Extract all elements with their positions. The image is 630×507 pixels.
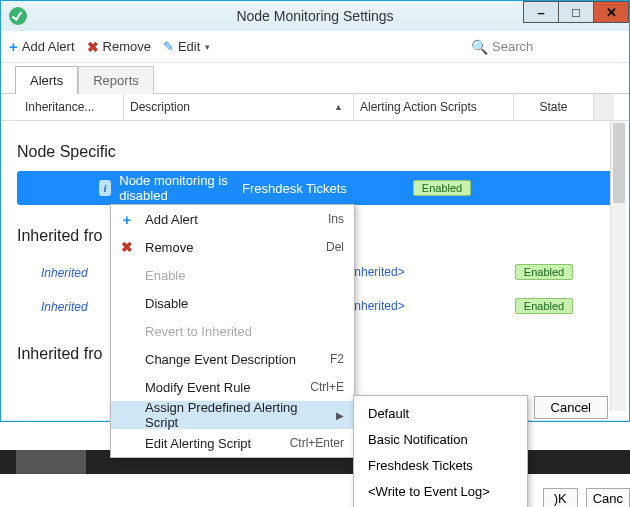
menu-label: Assign Predefined Alerting Script [145, 400, 320, 430]
col-inheritance[interactable]: Inheritance... [19, 94, 124, 120]
menu-label: Change Event Description [145, 352, 320, 367]
titlebar: Node Monitoring Settings – □ ✕ [1, 1, 629, 31]
shortcut: F2 [330, 352, 344, 366]
cell-state: Enabled [504, 264, 584, 280]
cell-inheritance: Inherited [17, 265, 99, 280]
cancel-button-back[interactable]: Canc [586, 488, 630, 507]
cancel-label: Canc [593, 491, 623, 506]
ok-label: )K [554, 491, 567, 506]
inherited-label: Inherited [41, 266, 88, 280]
menu-modify-rule[interactable]: Modify Event Rule Ctrl+E [111, 373, 354, 401]
col-description-label: Description [130, 100, 190, 114]
maximize-button[interactable]: □ [558, 1, 594, 23]
menu-enable: Enable [111, 261, 354, 289]
remove-label: Remove [103, 39, 151, 54]
cell-state: Enabled [504, 298, 584, 314]
menu-label: Remove [145, 240, 316, 255]
menu-revert: Revert to Inherited [111, 317, 354, 345]
grid-header: Inheritance... Description▲ Alerting Act… [1, 93, 629, 121]
state-badge: Enabled [413, 180, 471, 196]
shortcut: Ctrl+E [310, 380, 344, 394]
cancel-label: Cancel [551, 400, 591, 415]
x-icon: ✖ [87, 39, 99, 55]
submenu-label: Default [368, 406, 409, 421]
plus-icon: + [119, 211, 135, 228]
x-icon: ✖ [119, 239, 135, 255]
menu-change-description[interactable]: Change Event Description F2 [111, 345, 354, 373]
menu-edit-script[interactable]: Edit Alerting Script Ctrl+Enter [111, 429, 354, 457]
add-alert-button[interactable]: + Add Alert [9, 38, 75, 55]
plus-icon: + [9, 38, 18, 55]
submenu-label: Freshdesk Tickets [368, 458, 473, 473]
cell-action: <Inherited> [344, 265, 504, 279]
col-state[interactable]: State [514, 94, 594, 120]
col-description[interactable]: Description▲ [124, 94, 354, 120]
submenu-label: Basic Notification [368, 432, 468, 447]
window-controls: – □ ✕ [524, 1, 629, 23]
toolbar: + Add Alert ✖ Remove ✎ Edit ▾ 🔍 Search [1, 31, 629, 63]
scrollbar[interactable] [610, 121, 626, 411]
menu-label: Edit Alerting Script [145, 436, 280, 451]
tab-reports-label: Reports [93, 73, 139, 88]
state-badge: Enabled [515, 298, 573, 314]
scroll-gutter [594, 94, 614, 120]
col-inheritance-label: Inheritance... [25, 100, 94, 114]
ok-button-back[interactable]: )K [543, 488, 578, 507]
minimize-button[interactable]: – [523, 1, 559, 23]
sort-asc-icon: ▲ [334, 102, 343, 112]
assign-script-submenu: Default Basic Notification Freshdesk Tic… [353, 395, 528, 507]
inherited-label: Inherited [41, 300, 88, 314]
menu-label: Enable [145, 268, 344, 283]
search-placeholder: Search [492, 39, 533, 54]
context-menu: + Add Alert Ins ✖ Remove Del Enable Disa… [110, 204, 355, 458]
section-node-specific: Node Specific [17, 143, 619, 161]
cell-action: Freshdesk Tickets [242, 181, 402, 196]
tab-alerts[interactable]: Alerts [15, 66, 78, 94]
cancel-button[interactable]: Cancel [534, 396, 608, 419]
cell-state: Enabled [402, 180, 482, 196]
pencil-icon: ✎ [163, 39, 174, 54]
submenu-write-event-log[interactable]: <Write to Event Log> [354, 478, 527, 504]
submenu-default[interactable]: Default [354, 400, 527, 426]
remove-button[interactable]: ✖ Remove [87, 39, 151, 55]
menu-assign-script[interactable]: Assign Predefined Alerting Script ▶ [111, 401, 354, 429]
menu-label: Modify Event Rule [145, 380, 300, 395]
edit-button[interactable]: ✎ Edit ▾ [163, 39, 210, 54]
underlying-dialog-buttons: )K Canc [543, 488, 630, 507]
menu-disable[interactable]: Disable [111, 289, 354, 317]
desc-text: Node monitoring is disabled [119, 173, 242, 203]
cell-description: i Node monitoring is disabled [17, 173, 242, 203]
submenu-arrow-icon: ▶ [336, 410, 344, 421]
close-button[interactable]: ✕ [593, 1, 629, 23]
search-icon: 🔍 [471, 39, 488, 55]
menu-add-alert[interactable]: + Add Alert Ins [111, 205, 354, 233]
info-icon: i [99, 180, 111, 196]
menu-label: Add Alert [145, 212, 318, 227]
tab-bar: Alerts Reports [1, 63, 629, 93]
taskbar-item[interactable] [16, 450, 86, 474]
col-action[interactable]: Alerting Action Scripts [354, 94, 514, 120]
submenu-basic-notification[interactable]: Basic Notification [354, 426, 527, 452]
dialog-buttons: Cancel [534, 396, 608, 419]
col-state-label: State [539, 100, 567, 114]
menu-label: Disable [145, 296, 344, 311]
state-badge: Enabled [515, 264, 573, 280]
submenu-freshdesk-tickets[interactable]: Freshdesk Tickets [354, 452, 527, 478]
tab-reports[interactable]: Reports [78, 66, 154, 94]
edit-label: Edit [178, 39, 200, 54]
tab-alerts-label: Alerts [30, 73, 63, 88]
shortcut: Ins [328, 212, 344, 226]
shortcut: Del [326, 240, 344, 254]
menu-label: Revert to Inherited [145, 324, 344, 339]
submenu-label: <Write to Event Log> [368, 484, 490, 499]
menu-remove[interactable]: ✖ Remove Del [111, 233, 354, 261]
col-action-label: Alerting Action Scripts [360, 100, 477, 114]
add-alert-label: Add Alert [22, 39, 75, 54]
shortcut: Ctrl+Enter [290, 436, 344, 450]
cell-inheritance: Inherited [17, 299, 99, 314]
search-input[interactable]: 🔍 Search [471, 39, 621, 55]
table-row-selected[interactable]: i Node monitoring is disabled Freshdesk … [17, 171, 619, 205]
cell-action: <Inherited> [344, 299, 504, 313]
caret-down-icon: ▾ [205, 42, 210, 52]
scroll-thumb[interactable] [613, 123, 625, 203]
